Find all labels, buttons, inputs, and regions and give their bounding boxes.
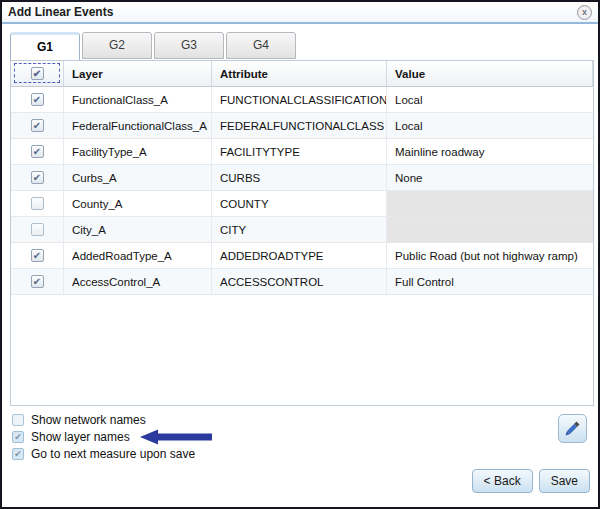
attribute-cell: CITY — [212, 217, 387, 242]
table-row[interactable]: ✔AddedRoadType_AADDEDROADTYPEPublic Road… — [11, 243, 593, 269]
option-checkbox[interactable] — [12, 414, 24, 426]
option-row: Show network names — [12, 411, 212, 428]
table-body: ✔FunctionalClass_AFUNCTIONALCLASSIFICATI… — [11, 87, 593, 295]
select-all-cell: ✔ — [11, 61, 64, 86]
row-checkbox[interactable]: ✔ — [31, 171, 44, 184]
row-checkbox[interactable]: ✔ — [31, 249, 44, 262]
table-header-row: ✔ Layer Attribute Value — [11, 61, 593, 87]
row-checkbox[interactable]: ✔ — [31, 119, 44, 132]
option-checkbox[interactable]: ✔ — [12, 431, 24, 443]
row-checkbox-cell: ✔ — [11, 87, 64, 112]
column-header-attribute[interactable]: Attribute — [212, 61, 387, 86]
events-table: ✔ Layer Attribute Value ✔FunctionalClass… — [10, 60, 594, 406]
option-label[interactable]: Show network names — [31, 413, 146, 427]
column-header-layer[interactable]: Layer — [64, 61, 212, 86]
row-checkbox-cell — [11, 191, 64, 216]
layer-cell: Curbs_A — [64, 165, 212, 190]
tab-g2[interactable]: G2 — [82, 32, 152, 59]
row-checkbox-cell: ✔ — [11, 165, 64, 190]
footer-buttons: < Back Save — [472, 469, 590, 493]
row-checkbox-cell: ✔ — [11, 139, 64, 164]
row-checkbox[interactable] — [31, 223, 44, 236]
tab-g3[interactable]: G3 — [154, 32, 224, 59]
table-row[interactable]: ✔AccessControl_AACCESSCONTROLFull Contro… — [11, 269, 593, 295]
attribute-cell: FEDERALFUNCTIONALCLASS — [212, 113, 387, 138]
table-row[interactable]: ✔FacilityType_AFACILITYTYPEMainline road… — [11, 139, 593, 165]
layer-cell: City_A — [64, 217, 212, 242]
row-checkbox[interactable]: ✔ — [31, 275, 44, 288]
attribute-cell: ADDEDROADTYPE — [212, 243, 387, 268]
dialog-titlebar: Add Linear Events x — [2, 2, 598, 24]
layer-cell: County_A — [64, 191, 212, 216]
column-header-value[interactable]: Value — [387, 61, 593, 86]
value-cell — [387, 191, 593, 216]
row-checkbox[interactable] — [31, 197, 44, 210]
tab-g1[interactable]: G1 — [10, 32, 80, 61]
layer-cell: AccessControl_A — [64, 269, 212, 294]
save-button[interactable]: Save — [539, 469, 590, 493]
table-row[interactable]: City_ACITY — [11, 217, 593, 243]
table-row[interactable]: County_ACOUNTY — [11, 191, 593, 217]
layer-cell: FacilityType_A — [64, 139, 212, 164]
row-checkbox[interactable]: ✔ — [31, 93, 44, 106]
option-checkbox[interactable]: ✔ — [12, 448, 24, 460]
tab-g4[interactable]: G4 — [226, 32, 296, 59]
layer-cell: AddedRoadType_A — [64, 243, 212, 268]
value-cell: Mainline roadway — [387, 139, 593, 164]
attribute-cell: ACCESSCONTROL — [212, 269, 387, 294]
add-linear-events-dialog: Add Linear Events x G1G2G3G4 ✔ Layer Att… — [0, 0, 600, 509]
table-row[interactable]: ✔FunctionalClass_AFUNCTIONALCLASSIFICATI… — [11, 87, 593, 113]
option-label[interactable]: Go to next measure upon save — [31, 447, 195, 461]
focus-outline — [14, 63, 60, 83]
dialog-title: Add Linear Events — [8, 5, 113, 19]
value-cell: Local — [387, 87, 593, 112]
option-row: ✔Show layer names — [12, 428, 212, 445]
pencil-icon — [563, 419, 582, 438]
options-checkbox-group: Show network names✔Show layer names✔Go t… — [12, 411, 212, 462]
value-cell: Public Road (but not highway ramp) — [387, 243, 593, 268]
option-label[interactable]: Show layer names — [31, 430, 130, 444]
layer-cell: FunctionalClass_A — [64, 87, 212, 112]
row-checkbox[interactable]: ✔ — [31, 145, 44, 158]
value-cell — [387, 217, 593, 242]
table-row[interactable]: ✔FederalFunctionalClass_AFEDERALFUNCTION… — [11, 113, 593, 139]
value-cell: Local — [387, 113, 593, 138]
back-button[interactable]: < Back — [472, 469, 533, 493]
table-row[interactable]: ✔Curbs_ACURBSNone — [11, 165, 593, 191]
attribute-cell: FACILITYTYPE — [212, 139, 387, 164]
tab-bar: G1G2G3G4 — [10, 32, 296, 60]
close-icon[interactable]: x — [577, 5, 592, 20]
value-cell: None — [387, 165, 593, 190]
row-checkbox-cell: ✔ — [11, 269, 64, 294]
edit-button[interactable] — [558, 414, 587, 443]
attribute-cell: FUNCTIONALCLASSIFICATION — [212, 87, 387, 112]
row-checkbox-cell: ✔ — [11, 113, 64, 138]
row-checkbox-cell — [11, 217, 64, 242]
option-row: ✔Go to next measure upon save — [12, 445, 212, 462]
annotation-arrow-icon — [140, 429, 212, 445]
layer-cell: FederalFunctionalClass_A — [64, 113, 212, 138]
attribute-cell: COUNTY — [212, 191, 387, 216]
attribute-cell: CURBS — [212, 165, 387, 190]
value-cell: Full Control — [387, 269, 593, 294]
row-checkbox-cell: ✔ — [11, 243, 64, 268]
